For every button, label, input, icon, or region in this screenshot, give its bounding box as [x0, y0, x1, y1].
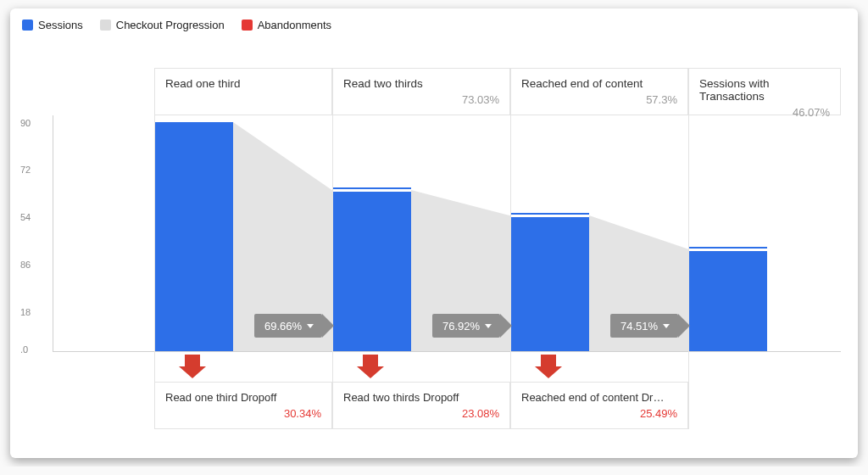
step-label: Sessions with Transactions	[699, 77, 830, 103]
dropoff-footer-1[interactable]: Read one third Dropoff 30.34%	[154, 382, 332, 429]
legend-item-progression[interactable]: Checkout Progression	[100, 19, 225, 31]
dropoff-arrow-icon	[535, 355, 562, 378]
step-pct: 73.03%	[343, 93, 499, 106]
axis-tick: 54	[20, 212, 31, 222]
progression-badge-3[interactable]: 74.51%	[610, 314, 678, 338]
legend-swatch-progression	[100, 20, 111, 31]
funnel-bar-1[interactable]	[155, 122, 233, 351]
progression-badge-2[interactable]: 76.92%	[432, 314, 500, 338]
axis-tick: .0	[20, 344, 28, 355]
header-divider	[154, 68, 155, 429]
chevron-down-icon	[307, 324, 314, 328]
progression-badge-1[interactable]: 69.66%	[254, 314, 322, 338]
dropoff-label: Read one third Dropoff	[165, 391, 321, 404]
axis-tick: 72	[20, 165, 31, 175]
header-divider	[510, 68, 511, 429]
dropoff-footer-3[interactable]: Reached end of content Dr… 25.49%	[510, 382, 688, 429]
progression-pct: 69.66%	[264, 320, 302, 332]
progression-pct: 76.92%	[442, 320, 480, 332]
axis-tick: 86	[20, 260, 31, 270]
dropoff-footer-2[interactable]: Read two thirds Dropoff 23.08%	[332, 382, 510, 429]
funnel-bar-2[interactable]	[333, 190, 411, 351]
funnel-plot: 90 72 54 86 18 .0	[19, 42, 841, 448]
step-pct: 46.07%	[699, 106, 830, 119]
legend-label: Abandonments	[258, 19, 331, 31]
dropoff-label: Reached end of content Dr…	[521, 391, 677, 404]
step-label: Read two thirds	[343, 77, 499, 90]
dropoff-label: Read two thirds Dropoff	[343, 391, 499, 404]
funnel-bar-3[interactable]	[511, 215, 589, 351]
chevron-down-icon	[485, 324, 492, 328]
funnel-bar-4[interactable]	[689, 249, 767, 351]
step-pct: 57.3%	[521, 93, 677, 106]
step-header-1[interactable]: Read one third	[154, 68, 332, 115]
header-divider	[688, 68, 689, 429]
legend-swatch-abandonments	[242, 20, 253, 31]
step-label: Reached end of content	[521, 77, 677, 90]
analytics-funnel-card: Sessions Checkout Progression Abandonmen…	[10, 8, 858, 458]
axis-tick: 90	[20, 118, 31, 128]
progression-pct: 74.51%	[620, 320, 658, 332]
dropoff-pct: 25.49%	[521, 407, 677, 420]
legend-label: Checkout Progression	[116, 19, 225, 31]
header-divider	[332, 68, 333, 429]
step-header-3[interactable]: Reached end of content 57.3%	[510, 68, 688, 115]
axis-tick: 18	[20, 307, 31, 317]
legend-item-sessions[interactable]: Sessions	[22, 19, 83, 31]
step-label: Read one third	[165, 77, 321, 90]
legend-item-abandonments[interactable]: Abandonments	[242, 19, 331, 31]
step-header-4[interactable]: Sessions with Transactions 46.07%	[688, 68, 841, 115]
chevron-down-icon	[663, 324, 670, 328]
dropoff-arrow-icon	[179, 355, 206, 378]
dropoff-arrow-icon	[357, 355, 384, 378]
dropoff-pct: 30.34%	[165, 407, 321, 420]
legend: Sessions Checkout Progression Abandonmen…	[10, 8, 858, 31]
step-header-2[interactable]: Read two thirds 73.03%	[332, 68, 510, 115]
legend-label: Sessions	[38, 19, 83, 31]
legend-swatch-sessions	[22, 20, 33, 31]
dropoff-pct: 23.08%	[343, 407, 499, 420]
